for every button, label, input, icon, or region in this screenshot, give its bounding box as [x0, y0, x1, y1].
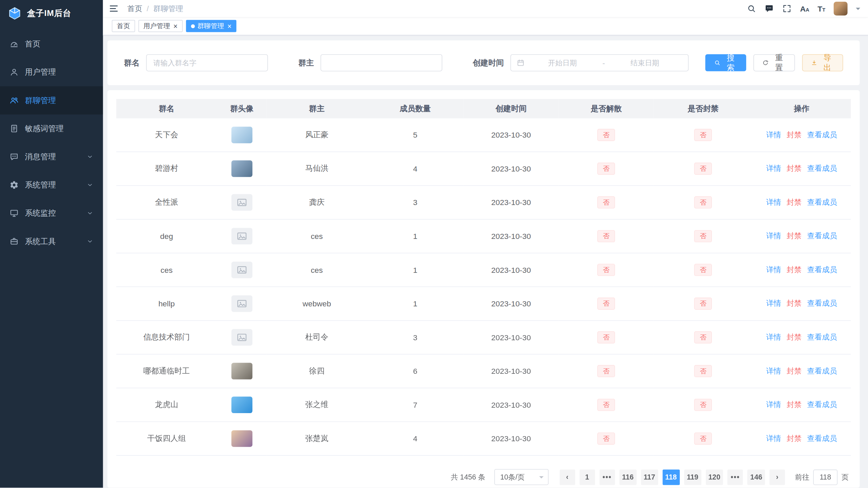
chevron-down-icon: [539, 476, 543, 480]
export-button[interactable]: 导出: [802, 54, 843, 72]
action-ban[interactable]: 封禁: [787, 401, 802, 409]
action-ban[interactable]: 封禁: [787, 198, 802, 206]
user-menu-caret-icon[interactable]: [856, 7, 860, 12]
action-view-members[interactable]: 查看成员: [807, 198, 837, 206]
action-view-members[interactable]: 查看成员: [807, 367, 837, 375]
page-button-117[interactable]: 117: [641, 469, 658, 485]
create-time-label: 创建时间: [473, 58, 504, 68]
action-view-members[interactable]: 查看成员: [807, 333, 837, 341]
action-ban[interactable]: 封禁: [787, 299, 802, 307]
date-range-picker[interactable]: 开始日期 - 结束日期: [510, 54, 689, 72]
action-detail[interactable]: 详情: [766, 265, 781, 273]
sidebar-item-sensitive-words[interactable]: 敏感词管理: [0, 115, 103, 143]
action-detail[interactable]: 详情: [766, 333, 781, 341]
cell-dissolved: 否: [558, 388, 654, 422]
page-button-119[interactable]: 119: [684, 469, 701, 485]
cell-member-count: 7: [367, 388, 464, 422]
sidebar-collapse-icon[interactable]: [109, 3, 119, 14]
cell-created: 2023-10-30: [464, 253, 558, 287]
search-button[interactable]: 搜索: [705, 54, 746, 72]
action-ban[interactable]: 封禁: [787, 265, 802, 273]
action-detail[interactable]: 详情: [766, 401, 781, 409]
table-row: 哪都通临时工徐四62023-10-30否否详情封禁查看成员: [116, 354, 851, 388]
action-view-members[interactable]: 查看成员: [807, 401, 837, 409]
prev-page-button[interactable]: ‹: [559, 469, 575, 485]
reset-button[interactable]: 重置: [754, 54, 795, 72]
next-page-button[interactable]: ›: [769, 469, 785, 485]
cell-dissolved: 否: [558, 186, 654, 220]
breadcrumb-item: 群聊管理: [153, 4, 183, 14]
pager-ellipsis[interactable]: •••: [599, 469, 615, 485]
owner-input[interactable]: [321, 54, 442, 72]
action-ban[interactable]: 封禁: [787, 130, 802, 139]
cell-group-name: 哪都通临时工: [116, 354, 217, 388]
action-detail[interactable]: 详情: [766, 130, 781, 139]
action-view-members[interactable]: 查看成员: [807, 232, 837, 240]
dashboard-icon: [9, 39, 19, 49]
sidebar: 盒子IM后台 首页用户管理群聊管理敏感词管理消息管理系统管理系统监控系统工具: [0, 0, 103, 488]
action-ban[interactable]: 封禁: [787, 367, 802, 375]
group-icon: [9, 96, 19, 105]
sidebar-item-system-management[interactable]: 系统管理: [0, 171, 103, 199]
sidebar-item-home[interactable]: 首页: [0, 30, 103, 58]
sidebar-item-group-management[interactable]: 群聊管理: [0, 86, 103, 115]
action-view-members[interactable]: 查看成员: [807, 164, 837, 172]
page-size-select[interactable]: 10条/页: [494, 469, 548, 485]
tab-home[interactable]: 首页: [112, 20, 135, 32]
goto-page-input[interactable]: [813, 469, 837, 485]
page-button-146[interactable]: 146: [748, 469, 765, 485]
page-button-120[interactable]: 120: [706, 469, 723, 485]
tab-user-management[interactable]: 用户管理×: [138, 20, 182, 32]
action-detail[interactable]: 详情: [766, 434, 781, 442]
sidebar-item-message-management[interactable]: 消息管理: [0, 143, 103, 171]
message-notify-icon[interactable]: [765, 4, 774, 13]
action-ban[interactable]: 封禁: [787, 232, 802, 240]
action-view-members[interactable]: 查看成员: [807, 130, 837, 139]
cell-actions: 详情封禁查看成员: [752, 354, 851, 388]
page-button-116[interactable]: 116: [619, 469, 637, 485]
cell-group-name: 天下会: [116, 118, 217, 152]
text-size-icon[interactable]: TT: [817, 5, 825, 13]
action-detail[interactable]: 详情: [766, 367, 781, 375]
sidebar-item-system-monitor[interactable]: 系统监控: [0, 199, 103, 227]
action-detail[interactable]: 详情: [766, 232, 781, 240]
cell-group-avatar: [217, 186, 267, 220]
tab-group-management[interactable]: 群聊管理×: [186, 20, 236, 32]
sidebar-item-system-tools[interactable]: 系统工具: [0, 227, 103, 256]
sidebar-item-label: 系统工具: [25, 237, 80, 246]
font-size-icon[interactable]: AA: [800, 5, 809, 13]
calendar-icon: [517, 59, 525, 67]
action-detail[interactable]: 详情: [766, 299, 781, 307]
page-size-value: 10条/页: [500, 472, 525, 482]
action-ban[interactable]: 封禁: [787, 164, 802, 172]
action-view-members[interactable]: 查看成员: [807, 299, 837, 307]
fullscreen-icon[interactable]: [783, 4, 792, 13]
cell-actions: 详情封禁查看成员: [752, 152, 851, 186]
table-row: 信息技术部门杜司令32023-10-30否否详情封禁查看成员: [116, 321, 851, 354]
action-ban[interactable]: 封禁: [787, 434, 802, 442]
sidebar-item-label: 消息管理: [25, 152, 80, 162]
group-avatar-image: [231, 363, 252, 380]
cell-group-name: 龙虎山: [116, 388, 217, 422]
app-logo[interactable]: 盒子IM后台: [0, 0, 103, 26]
cell-actions: 详情封禁查看成员: [752, 118, 851, 152]
cell-group-avatar: [217, 253, 267, 287]
action-view-members[interactable]: 查看成员: [807, 434, 837, 442]
cell-banned: 否: [654, 219, 752, 253]
tab-close-icon[interactable]: ×: [173, 22, 177, 29]
user-avatar[interactable]: [834, 2, 848, 16]
table-row: hellpwebweb12023-10-30否否详情封禁查看成员: [116, 287, 851, 321]
group-avatar-image: [231, 430, 252, 447]
action-detail[interactable]: 详情: [766, 198, 781, 206]
search-icon[interactable]: [747, 4, 756, 13]
action-detail[interactable]: 详情: [766, 164, 781, 172]
breadcrumb-item[interactable]: 首页: [127, 4, 142, 14]
action-view-members[interactable]: 查看成员: [807, 265, 837, 273]
action-ban[interactable]: 封禁: [787, 333, 802, 341]
pager-ellipsis[interactable]: •••: [728, 469, 743, 485]
group-name-input[interactable]: [146, 54, 268, 72]
page-button-1[interactable]: 1: [579, 469, 595, 485]
page-button-118[interactable]: 118: [662, 469, 680, 485]
sidebar-item-user-management[interactable]: 用户管理: [0, 58, 103, 86]
tab-close-icon[interactable]: ×: [227, 22, 231, 29]
